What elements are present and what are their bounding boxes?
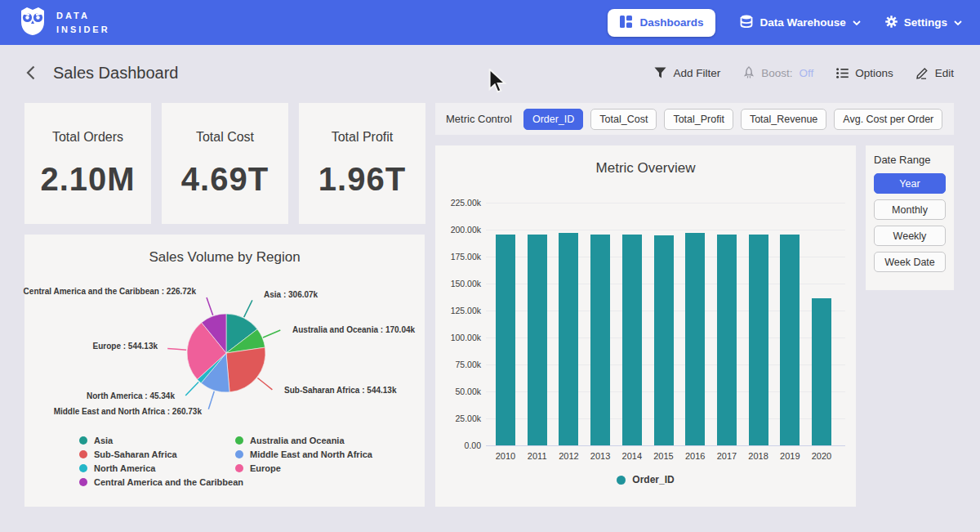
sales-volume-panel: Sales Volume by Region Central America a… <box>24 235 425 507</box>
legend-dot <box>79 464 87 472</box>
bar-2012[interactable] <box>559 233 578 445</box>
y-axis-tick: 200.00k <box>439 225 481 235</box>
pie-callout-line <box>167 349 186 351</box>
bar-2011[interactable] <box>528 235 547 445</box>
pie-slice-sub-saharan-africa[interactable] <box>226 347 265 392</box>
x-axis-tick: 2017 <box>710 451 743 461</box>
gear-icon <box>885 16 898 30</box>
legend-label: Europe <box>250 463 281 473</box>
bar-legend-item[interactable]: Order_ID <box>435 474 856 485</box>
y-axis-tick: 225.00k <box>439 198 481 208</box>
metric-button-order-id[interactable]: Order_ID <box>523 109 583 130</box>
y-axis-tick: 150.00k <box>439 279 481 288</box>
legend-dot <box>235 436 243 445</box>
data-warehouse-menu[interactable]: Data Warehouse <box>740 15 860 30</box>
kpi-value: 2.10M <box>40 161 135 198</box>
pie-callout-line <box>263 330 280 338</box>
filter-funnel-icon <box>654 67 666 78</box>
pie-callout-line <box>257 378 272 390</box>
pie-callout-north-america: North America : 45.34k <box>87 391 175 400</box>
kpi-card-0: Total Orders2.10M <box>24 103 151 224</box>
metric-button-avg-cost-per-order[interactable]: Avg. Cost per Order <box>834 109 942 130</box>
pie-legend-item-middle-east-and-north-africa[interactable]: Middle East and North Africa <box>235 449 372 459</box>
date-range-button-weekly[interactable]: Weekly <box>874 226 946 246</box>
page-header: Sales Dashboard Add Filter Boost:Off Opt… <box>0 45 980 101</box>
date-range-button-monthly[interactable]: Monthly <box>874 199 946 220</box>
pie-callout-middle-east: Middle East and North Africa : 260.73k <box>54 407 202 416</box>
back-button[interactable] <box>26 65 35 80</box>
boost-toggle[interactable]: Boost:Off <box>743 66 813 79</box>
legend-dot <box>235 464 243 472</box>
metric-button-total-cost[interactable]: Total_Cost <box>590 109 657 130</box>
bar-2013[interactable] <box>590 235 610 445</box>
x-axis-tick: 2020 <box>805 451 838 461</box>
pie-callout-central-america: Central America and the Caribbean : 226.… <box>24 287 196 296</box>
bar-2010[interactable] <box>496 235 515 445</box>
date-range-button-week-date[interactable]: Week Date <box>874 252 946 272</box>
pie-legend-item-sub-saharan-africa[interactable]: Sub-Saharan Africa <box>79 449 235 459</box>
pie-callout-europe: Europe : 544.13k <box>93 342 158 351</box>
x-axis-tick: 2014 <box>616 451 648 461</box>
kpi-card-2: Total Profit1.96T <box>299 103 425 224</box>
bar-2014[interactable] <box>622 235 642 445</box>
date-range-panel: Date Range YearMonthlyWeeklyWeek Date <box>866 145 954 290</box>
x-axis-tick: 2015 <box>648 451 680 461</box>
bar-2018[interactable] <box>749 235 768 445</box>
boost-state: Off <box>799 67 813 79</box>
edit-button[interactable]: Edit <box>916 67 954 79</box>
pie-legend-item-asia[interactable]: Asia <box>79 436 235 445</box>
y-axis-tick: 0.00 <box>439 440 481 450</box>
kpi-row: Total Orders2.10MTotal Cost4.69TTotal Pr… <box>24 103 425 224</box>
pie-legend-item-north-america[interactable]: North America <box>79 463 235 473</box>
rocket-icon <box>743 66 755 79</box>
bar-2017[interactable] <box>717 235 737 445</box>
chevron-down-icon <box>853 20 861 25</box>
x-axis-tick: 2012 <box>552 451 585 461</box>
add-filter-button[interactable]: Add Filter <box>654 67 720 79</box>
legend-label: Central America and the Caribbean <box>94 477 243 487</box>
pie-callout-asia: Asia : 306.07k <box>264 290 318 299</box>
bar-2015[interactable] <box>654 235 674 445</box>
metric-button-total-profit[interactable]: Total_Profit <box>664 109 733 130</box>
x-axis-tick: 2013 <box>584 451 617 461</box>
pie-callout-australia-oceania: Australia and Oceania : 170.04k <box>292 325 415 334</box>
brand-name: DATA INSIDER <box>56 9 110 36</box>
legend-dot <box>79 450 87 458</box>
legend-dot <box>79 478 87 486</box>
settings-menu[interactable]: Settings <box>885 16 962 30</box>
pie-legend-item-europe[interactable]: Europe <box>235 463 372 473</box>
bar-2016[interactable] <box>685 233 705 445</box>
x-axis-tick: 2010 <box>489 451 522 461</box>
metric-button-total-revenue[interactable]: Total_Revenue <box>741 109 826 130</box>
y-axis-tick: 175.00k <box>439 252 481 262</box>
date-range-button-year[interactable]: Year <box>874 173 946 194</box>
pie-legend: AsiaSub-Saharan AfricaNorth AmericaCentr… <box>24 436 425 487</box>
bar-2020[interactable] <box>812 298 831 445</box>
options-button[interactable]: Options <box>836 67 893 79</box>
y-axis-tick: 50.00k <box>439 387 481 396</box>
pencil-icon <box>916 67 929 79</box>
database-icon <box>740 15 753 30</box>
pie-callout-line <box>244 300 252 317</box>
legend-dot <box>79 436 87 445</box>
x-axis-tick: 2011 <box>521 451 554 461</box>
kpi-label: Total Profit <box>332 130 394 145</box>
y-axis-tick: 125.00k <box>439 306 481 315</box>
page-title: Sales Dashboard <box>53 64 178 83</box>
pie-callout-line <box>185 382 198 396</box>
kpi-value: 4.69T <box>181 161 269 198</box>
kpi-label: Total Cost <box>196 130 254 145</box>
legend-label: North America <box>94 463 155 473</box>
kpi-label: Total Orders <box>52 130 123 145</box>
owl-logo-icon <box>18 6 47 39</box>
pie-callout-line <box>207 297 213 315</box>
brand-logo[interactable]: DATA INSIDER <box>18 6 110 39</box>
pie-legend-item-central-america-and-the-caribbean[interactable]: Central America and the Caribbean <box>79 477 235 487</box>
bar-2019[interactable] <box>780 235 800 445</box>
kpi-value: 1.96T <box>318 161 406 198</box>
gridline <box>486 445 845 446</box>
pie-legend-item-australia-and-oceania[interactable]: Australia and Oceania <box>235 436 372 445</box>
dashboards-button[interactable]: Dashboards <box>608 9 715 37</box>
bar-chart-title: Metric Overview <box>435 160 856 177</box>
top-navbar: DATA INSIDER Dashboards Da <box>0 0 980 45</box>
